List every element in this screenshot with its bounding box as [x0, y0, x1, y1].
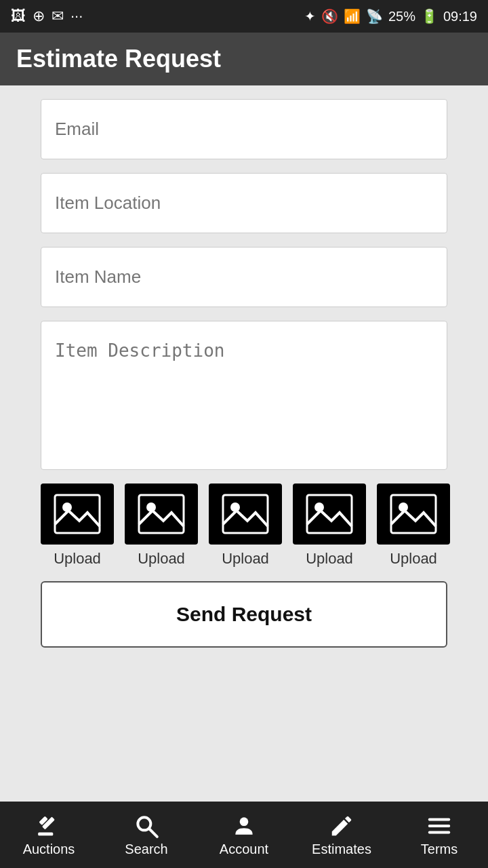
upload-icon-box-4 — [293, 484, 366, 545]
nav-label-search: Search — [125, 842, 167, 857]
bluetooth-icon: ✦ — [304, 8, 316, 24]
send-request-button[interactable]: Send Request — [41, 581, 447, 648]
nav-item-search[interactable]: Search — [98, 802, 195, 868]
upload-icon-box-5 — [377, 484, 450, 545]
status-bar: 🖼 ⊕ ✉ ··· ✦ 🔇 📶 📡 25% 🔋 09:19 — [0, 0, 488, 33]
item-location-field[interactable] — [41, 173, 447, 233]
svg-point-15 — [240, 817, 249, 826]
edit-icon — [329, 813, 354, 839]
nav-label-estimates: Estimates — [312, 842, 371, 857]
account-icon — [231, 813, 257, 839]
menu-icon — [426, 813, 452, 839]
page-title: Estimate Request — [16, 45, 472, 73]
svg-rect-8 — [391, 495, 436, 533]
mute-icon: 🔇 — [321, 8, 338, 24]
upload-button-2[interactable]: Upload — [125, 484, 198, 568]
svg-rect-4 — [223, 495, 268, 533]
main-content: Upload Upload Upload — [0, 85, 488, 802]
app-header: Estimate Request — [0, 33, 488, 85]
upload-label-4: Upload — [306, 550, 353, 568]
svg-rect-2 — [139, 495, 184, 533]
gavel-icon — [36, 813, 62, 839]
upload-button-5[interactable]: Upload — [377, 484, 450, 568]
battery-text: 25% — [388, 9, 415, 24]
wifi-icon: 📶 — [344, 8, 361, 24]
upload-button-1[interactable]: Upload — [41, 484, 114, 568]
nav-item-account[interactable]: Account — [195, 802, 293, 868]
svg-rect-6 — [307, 495, 352, 533]
nav-item-terms[interactable]: Terms — [390, 802, 488, 868]
upload-icon-box-2 — [125, 484, 198, 545]
nav-item-auctions[interactable]: Auctions — [0, 802, 98, 868]
email-field[interactable] — [41, 99, 447, 159]
nav-label-terms: Terms — [421, 842, 458, 857]
upload-icon-box-1 — [41, 484, 114, 545]
upload-button-4[interactable]: Upload — [293, 484, 366, 568]
status-bar-right: ✦ 🔇 📶 📡 25% 🔋 09:19 — [304, 8, 477, 24]
upload-label-5: Upload — [390, 550, 437, 568]
upload-label-1: Upload — [54, 550, 101, 568]
battery-icon: 🔋 — [421, 8, 438, 24]
upload-section: Upload Upload Upload — [41, 484, 447, 568]
nav-label-account: Account — [220, 842, 268, 857]
status-bar-left: 🖼 ⊕ ✉ ··· — [11, 7, 83, 25]
signal-icon: 📡 — [366, 8, 383, 24]
image-icon: 🖼 — [11, 7, 26, 25]
bottom-nav: Auctions Search Account Estimates Terms — [0, 802, 488, 868]
svg-rect-0 — [55, 495, 100, 533]
more-icon: ··· — [70, 7, 83, 25]
nav-label-auctions: Auctions — [23, 842, 75, 857]
upload-icon-box-3 — [209, 484, 282, 545]
item-name-field[interactable] — [41, 247, 447, 307]
search-icon — [134, 813, 159, 839]
nav-item-estimates[interactable]: Estimates — [293, 802, 390, 868]
upload-label-2: Upload — [138, 550, 185, 568]
avast-icon: ⊕ — [33, 7, 45, 25]
svg-line-14 — [150, 829, 157, 836]
item-description-field[interactable] — [41, 321, 447, 470]
time: 09:19 — [443, 9, 477, 24]
upload-button-3[interactable]: Upload — [209, 484, 282, 568]
svg-rect-10 — [38, 832, 53, 835]
upload-label-3: Upload — [222, 550, 269, 568]
gmail-icon: ✉ — [52, 7, 64, 25]
